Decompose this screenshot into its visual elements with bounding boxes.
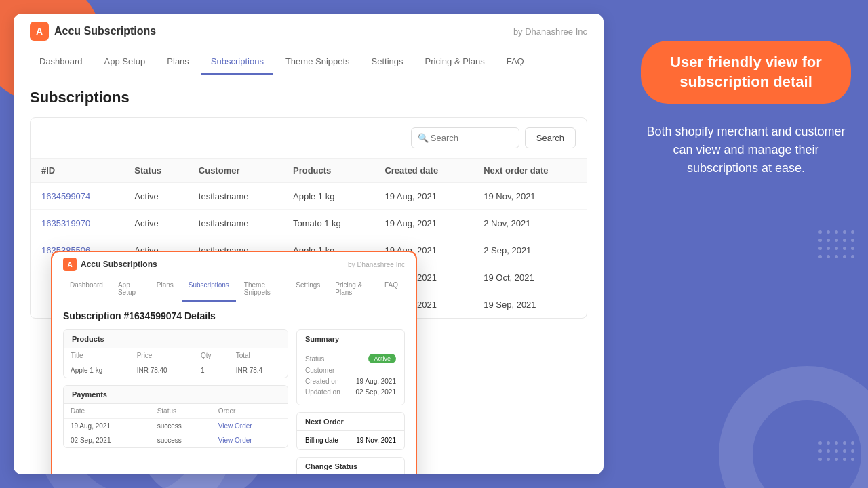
dot — [827, 247, 830, 250]
app-title: Accu Subscriptions — [54, 25, 156, 37]
dot — [835, 230, 838, 234]
app-by: by Dhanashree Inc — [513, 26, 587, 37]
overlay-tab-app-setup[interactable]: App Setup — [111, 277, 149, 302]
summary-created-value: 19 Aug, 2021 — [356, 378, 396, 385]
search-button[interactable]: Search — [525, 127, 576, 148]
payments-mini-table: Date Status Order 19 Aug, 2021 success — [64, 404, 288, 447]
dot — [843, 239, 846, 242]
overlay-page-title: Subscription #1634599074 Details — [63, 310, 405, 321]
products-mini-table: Title Price Qty Total Apple 1 kg — [64, 348, 288, 378]
col-pay-status: Status — [151, 404, 212, 419]
next-order-cell: 2 Sep, 2021 — [473, 237, 587, 264]
overlay-tab-subscriptions[interactable]: Subscriptions — [182, 277, 236, 302]
tab-plans[interactable]: Plans — [157, 49, 199, 75]
table-row: 1635319970 Active testlastname Tomato 1 … — [31, 210, 587, 237]
payment-date: 19 Aug, 2021 — [64, 419, 151, 434]
col-price: Price — [130, 348, 194, 363]
subscription-id-link[interactable]: 1634599074 — [41, 191, 90, 201]
summary-status-row: Status Active — [305, 354, 396, 363]
product-price: INR 78.40 — [130, 363, 194, 378]
dot — [835, 247, 838, 250]
next-order-cell: 19 Oct, 2021 — [473, 264, 587, 291]
subscription-detail-overlay: A Accu Subscriptions by Dhanashree Inc D… — [51, 251, 417, 474]
payment-row: 02 Sep, 2021 success View Order — [64, 433, 288, 447]
tab-app-setup[interactable]: App Setup — [95, 49, 155, 75]
tab-settings[interactable]: Settings — [362, 49, 413, 75]
app-logo-icon: A — [30, 22, 49, 41]
search-icon: 🔍 — [418, 133, 429, 143]
dot — [818, 239, 822, 242]
col-title: Title — [64, 348, 130, 363]
dot — [827, 255, 830, 258]
summary-section-header: Summary — [297, 330, 404, 348]
summary-customer-row: Customer — [305, 367, 396, 374]
overlay-logo-icon: A — [63, 258, 77, 271]
payment-status: success — [151, 433, 212, 447]
product-row: Apple 1 kg INR 78.40 1 INR 78.4 — [64, 363, 288, 378]
overlay-tab-dashboard[interactable]: Dashboard — [63, 277, 110, 302]
status-badge: Active — [368, 354, 396, 363]
tab-pricing-plans[interactable]: Pricing & Plans — [416, 49, 494, 75]
tab-theme-snippets[interactable]: Theme Snippets — [276, 49, 359, 75]
dot — [827, 239, 830, 242]
tab-dashboard[interactable]: Dashboard — [30, 49, 92, 75]
dot — [843, 247, 846, 250]
overlay-tab-settings[interactable]: Settings — [289, 277, 327, 302]
dot — [818, 230, 822, 234]
overlay-tab-faq[interactable]: FAQ — [378, 277, 405, 302]
created-date-cell: 19 Aug, 2021 — [374, 210, 473, 237]
page-title: Subscriptions — [30, 89, 587, 106]
dot — [843, 230, 846, 234]
dot — [851, 247, 854, 250]
col-customer: Customer — [188, 159, 282, 183]
overlay-tab-pricing-plans[interactable]: Pricing & Plans — [328, 277, 376, 302]
overlay-tab-plans[interactable]: Plans — [150, 277, 180, 302]
search-bar: 🔍 Search — [31, 118, 587, 159]
col-next-order-date: Next order date — [473, 159, 587, 183]
customer-cell: testlastname — [188, 210, 282, 237]
overlay-two-col: Products Title Price Qty Total — [63, 329, 405, 474]
main-area: A Accu Subscriptions by Dhanashree Inc D… — [0, 0, 617, 488]
dot — [843, 255, 846, 258]
subscription-id-link[interactable]: 1635319970 — [41, 218, 90, 228]
overlay-app-title: Accu Subscriptions — [81, 260, 157, 269]
tab-subscriptions[interactable]: Subscriptions — [201, 49, 273, 75]
next-order-row: Billing date 19 Nov, 2021 — [305, 436, 396, 444]
col-id: #ID — [31, 159, 123, 183]
right-badge: User friendly view for subscription deta… — [641, 41, 851, 104]
right-panel: User friendly view for subscription deta… — [624, 0, 868, 488]
dot — [851, 230, 854, 234]
table-row: 1634599074 Active testlastname Apple 1 k… — [31, 183, 587, 210]
next-order-cell: 19 Sep, 2021 — [473, 291, 587, 319]
dots-grid-mid — [818, 230, 854, 258]
next-order-value: 19 Nov, 2021 — [356, 436, 396, 444]
summary-created-label: Created on — [305, 378, 338, 385]
next-order-section: Next Order Billing date 19 Nov, 2021 — [296, 412, 405, 450]
view-order-link[interactable]: View Order — [218, 436, 252, 444]
change-status-header: Change Status — [297, 458, 404, 474]
view-order-link[interactable]: View Order — [218, 422, 252, 430]
overlay-content: Subscription #1634599074 Details Product… — [52, 302, 416, 474]
overlay-tab-theme-snippets[interactable]: Theme Snippets — [237, 277, 288, 302]
col-total: Total — [229, 348, 288, 363]
dot — [835, 255, 838, 258]
dot — [851, 255, 854, 258]
overlay-nav: Dashboard App Setup Plans Subscriptions … — [52, 277, 416, 302]
right-panel-description: Both shopify merchant and customer can v… — [624, 123, 868, 178]
dot — [835, 239, 838, 242]
next-order-header: Next Order — [297, 413, 404, 431]
product-title: Apple 1 kg — [64, 363, 130, 378]
payment-status: success — [151, 419, 212, 434]
summary-status-label: Status — [305, 355, 324, 363]
col-date: Date — [64, 404, 151, 419]
next-order-label: Billing date — [305, 436, 338, 444]
next-order-content: Billing date 19 Nov, 2021 — [297, 431, 404, 449]
tab-faq[interactable]: FAQ — [497, 49, 534, 75]
payments-section: Payments Date Status Order — [63, 385, 288, 448]
customer-cell: testlastname — [188, 183, 282, 210]
product-total: INR 78.4 — [229, 363, 288, 378]
dot — [818, 255, 822, 258]
dot — [827, 230, 830, 234]
overlay-header: A Accu Subscriptions by Dhanashree Inc — [52, 252, 416, 277]
overlay-app-by: by Dhanashree Inc — [348, 261, 405, 268]
